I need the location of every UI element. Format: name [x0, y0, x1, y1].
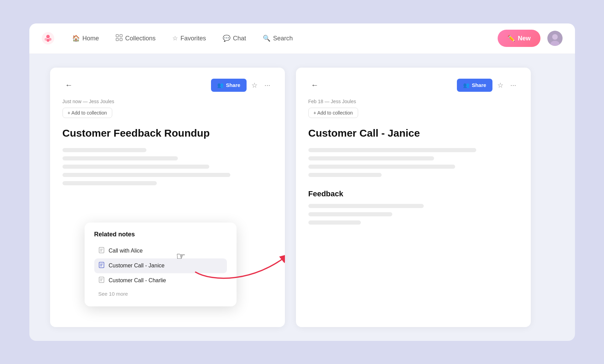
right-back-button[interactable]: ← — [308, 79, 322, 91]
chat-icon: 💬 — [223, 35, 230, 42]
skeleton-line — [308, 156, 434, 160]
search-icon: 🔍 — [263, 35, 270, 42]
left-add-collection-label: + Add to collection — [68, 110, 107, 116]
left-share-button[interactable]: 👥 Share — [211, 79, 247, 92]
skeleton-line — [308, 165, 456, 169]
svg-rect-5 — [116, 35, 118, 37]
related-note-item-3[interactable]: Customer Call - Charlie — [94, 273, 227, 288]
skeleton-line — [63, 165, 210, 169]
favorites-label: Favorites — [181, 35, 206, 42]
edit-icon: ✏️ — [507, 35, 515, 42]
skeleton-line — [308, 220, 361, 225]
collections-icon — [116, 34, 123, 43]
note-icon-1 — [98, 247, 105, 255]
related-notes-title: Related notes — [94, 231, 227, 238]
main-content: ← 👥 Share ☆ ··· Just now — Jess Joules +… — [29, 54, 575, 341]
svg-rect-6 — [120, 35, 122, 37]
skeleton-line — [63, 156, 178, 160]
related-note-label-3: Customer Call - Charlie — [109, 277, 166, 284]
right-more-button[interactable]: ··· — [508, 79, 518, 91]
right-add-collection-label: + Add to collection — [314, 110, 353, 116]
app-container: 🏠 Home Collections ☆ Favorites 💬 Chat 🔍 … — [29, 23, 575, 341]
right-share-label: Share — [472, 82, 486, 88]
panels-wrapper: ← 👥 Share ☆ ··· Just now — Jess Joules +… — [50, 68, 554, 327]
skeleton-line — [308, 204, 424, 208]
note-icon-2 — [98, 262, 105, 270]
right-note-panel: ← 👥 Share ☆ ··· Feb 18 — Jess Joules + A… — [296, 68, 531, 327]
right-toolbar: ← 👥 Share ☆ ··· — [308, 79, 518, 92]
related-note-item-1[interactable]: Call with Alice — [94, 244, 227, 258]
svg-rect-8 — [120, 38, 122, 41]
note-icon-3 — [98, 277, 105, 285]
avatar[interactable] — [547, 31, 563, 46]
left-back-button[interactable]: ← — [63, 79, 76, 91]
navbar: 🏠 Home Collections ☆ Favorites 💬 Chat 🔍 … — [29, 23, 575, 54]
right-note-meta: Feb 18 — Jess Joules — [308, 99, 518, 104]
skeleton-line — [308, 173, 382, 177]
right-star-button[interactable]: ☆ — [495, 79, 506, 91]
svg-point-1 — [46, 35, 50, 38]
right-share-button[interactable]: 👥 Share — [457, 79, 492, 92]
left-add-collection-button[interactable]: + Add to collection — [63, 108, 112, 118]
search-label: Search — [273, 35, 293, 42]
left-note-meta: Just now — Jess Joules — [63, 99, 272, 104]
svg-rect-7 — [116, 38, 118, 41]
nav-home[interactable]: 🏠 Home — [65, 31, 106, 46]
nav-search[interactable]: 🔍 Search — [256, 31, 300, 46]
home-label: Home — [83, 35, 99, 42]
skeleton-line — [63, 148, 146, 152]
skeleton-line — [63, 173, 230, 177]
nav-logo — [42, 32, 54, 45]
related-notes-popup: Related notes Call with Alice Customer C… — [85, 223, 237, 306]
related-note-label-2: Customer Call - Janice — [109, 263, 165, 269]
related-note-item-2[interactable]: Customer Call - Janice — [94, 258, 227, 273]
skeleton-line — [63, 181, 157, 185]
collections-label: Collections — [125, 35, 156, 42]
skeleton-line — [308, 148, 476, 152]
svg-point-10 — [552, 34, 558, 40]
star-icon: ☆ — [172, 35, 178, 42]
left-toolbar: ← 👥 Share ☆ ··· — [63, 79, 272, 92]
share-icon: 👥 — [217, 82, 224, 88]
left-star-button[interactable]: ☆ — [249, 79, 260, 91]
svg-point-4 — [47, 39, 49, 42]
right-note-title: Customer Call - Janice — [308, 126, 518, 140]
see-more-link[interactable]: See 10 more — [94, 288, 227, 299]
new-button[interactable]: ✏️ New — [498, 30, 540, 47]
nav-collections[interactable]: Collections — [109, 31, 163, 46]
left-note-title: Customer Feedback Roundup — [63, 126, 272, 140]
feedback-title: Feedback — [308, 189, 518, 198]
new-label: New — [518, 35, 530, 42]
left-note-panel: ← 👥 Share ☆ ··· Just now — Jess Joules +… — [50, 68, 285, 327]
left-share-label: Share — [226, 82, 240, 88]
right-add-collection-button[interactable]: + Add to collection — [308, 108, 358, 118]
skeleton-line — [308, 212, 392, 216]
avatar-image — [547, 31, 563, 46]
home-icon: 🏠 — [72, 35, 80, 42]
related-note-label-1: Call with Alice — [109, 248, 143, 254]
left-more-button[interactable]: ··· — [262, 79, 272, 91]
nav-favorites[interactable]: ☆ Favorites — [165, 31, 213, 46]
nav-chat[interactable]: 💬 Chat — [216, 31, 253, 46]
chat-label: Chat — [233, 35, 246, 42]
logo-icon — [42, 32, 54, 45]
share-icon-right: 👥 — [463, 82, 470, 88]
